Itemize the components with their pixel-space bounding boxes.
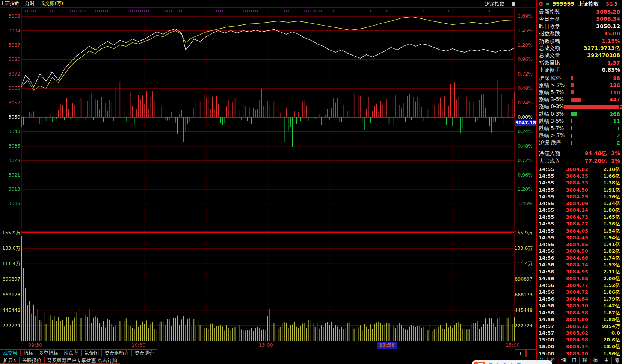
volume-bar: [374, 324, 375, 341]
tick-price: 3084.50: [560, 248, 588, 255]
tick-row[interactable]: 14:553084.331.38亿: [537, 180, 622, 186]
signal-dot: [165, 10, 166, 11]
updown-bar-down: [103, 117, 104, 122]
grid-icon[interactable]: ▦: [489, 362, 492, 364]
updown-bar-up: [327, 109, 328, 117]
volume-bar: [426, 327, 426, 341]
signal-dot: [304, 10, 305, 11]
tick-list[interactable]: 14:553084.822.10亿14:553084.351.66亿14:553…: [537, 166, 622, 357]
volume-bar: [380, 323, 381, 341]
panel-tab-筹[interactable]: 筹: [612, 357, 622, 364]
signal-dot: [85, 10, 86, 11]
bottom-tab-0[interactable]: 成交额: [0, 349, 21, 356]
bottom-tab-1[interactable]: 指标: [21, 349, 36, 356]
volume-bar: [196, 326, 196, 341]
tick-price: 3084.95: [560, 269, 588, 275]
signal-dot: [95, 10, 96, 11]
updown-bar-down: [222, 117, 223, 125]
tick-row[interactable]: 14:573085.020.0: [537, 330, 622, 337]
tick-row[interactable]: 14:553084.351.66亿: [537, 173, 622, 180]
volume-bar: [93, 318, 94, 341]
tick-row[interactable]: 15:003085.1413.0亿: [537, 343, 622, 350]
tick-row[interactable]: 14:553084.271.36亿: [537, 221, 622, 227]
tick-row[interactable]: 14:563084.952.11亿: [537, 269, 622, 275]
panel-tab-值[interactable]: 值: [590, 357, 601, 364]
stat-value: 2709: [619, 104, 622, 110]
volume-bar: [514, 317, 515, 341]
tick-row[interactable]: 14:563084.801.88亿: [537, 316, 622, 323]
tick-row[interactable]: 14:563084.721.86亿: [537, 289, 622, 296]
tick-row[interactable]: 14:563085.101.42亿: [537, 302, 622, 309]
volume-bar: [171, 326, 172, 341]
updown-bar-down: [64, 117, 65, 120]
tick-row[interactable]: 14:553084.731.65亿: [537, 214, 622, 221]
tick-row[interactable]: 14:553084.241.80亿: [537, 207, 622, 214]
updown-bar-up: [479, 100, 480, 117]
zoom-out-button[interactable]: -: [526, 349, 537, 357]
tick-row[interactable]: 14:563084.501.82亿: [537, 248, 622, 255]
updown-bar-up: [459, 97, 459, 117]
zoom-in-button[interactable]: +: [515, 349, 526, 357]
volume-bar: [378, 322, 379, 341]
tick-row[interactable]: 14:573085.129954万: [537, 323, 622, 330]
tick-amount: 2.11亿: [588, 269, 622, 275]
tick-row[interactable]: 14:563084.851.41亿: [537, 241, 622, 248]
bottom-tab-5[interactable]: 资金驱动力: [102, 349, 132, 356]
panel-tab-细[interactable]: 细: [558, 357, 569, 364]
volume-bar: [352, 327, 352, 341]
tick-row[interactable]: 14:553084.051.54亿: [537, 228, 622, 234]
updown-bar-up: [60, 104, 61, 117]
tick-row[interactable]: 14:553084.501.91亿: [537, 187, 622, 193]
signal-dot: [130, 10, 131, 11]
panel-tab-联[interactable]: 联: [580, 357, 590, 364]
updown-bar-up: [378, 112, 379, 117]
plus-icon[interactable]: ✚: [496, 362, 499, 364]
volume-bar: [475, 323, 476, 341]
updown-bar-up: [157, 96, 157, 117]
tick-amount: 1.36亿: [588, 221, 622, 227]
volume-bar: [298, 328, 299, 341]
tick-row[interactable]: 14:553084.822.10亿: [537, 166, 622, 173]
bottom-tab-6[interactable]: 资金博弈: [132, 349, 157, 356]
tick-row[interactable]: 15:003085.201.56亿: [537, 350, 622, 357]
tick-row[interactable]: 14:563084.741.53亿: [537, 261, 622, 268]
secondary-tabs: 扩展∧关联报价普及版新用户专享优惠 点击订购: [0, 357, 120, 364]
user-icon[interactable]: ♟: [510, 362, 513, 364]
volume-axis-label-left: 445448: [2, 307, 20, 313]
secondary-tab-1[interactable]: 关联报价: [20, 357, 45, 364]
tick-row[interactable]: 14:563084.581.87亿: [537, 310, 622, 316]
clock-icon[interactable]: ◔: [503, 362, 507, 364]
tick-row[interactable]: 14:563084.771.52亿: [537, 282, 622, 289]
tick-row[interactable]: 14:563084.841.79亿: [537, 296, 622, 302]
updown-bar-up: [128, 105, 129, 117]
secondary-tab-2[interactable]: 普及版新用户专享优惠 点击订购: [45, 357, 120, 364]
bottom-tab-4[interactable]: 竞价图: [82, 349, 102, 356]
signal-dot: [33, 10, 34, 11]
tick-row[interactable]: 14:553084.451.94亿: [537, 234, 622, 241]
updown-bar-up: [399, 105, 400, 117]
index-title[interactable]: 上证指数: [578, 1, 599, 7]
updown-bar-up: [354, 94, 355, 117]
tick-row[interactable]: 14:563084.661.74亿: [537, 255, 622, 261]
intraday-chart[interactable]: 31021.69%30941.45%30871.20%30800.96%3072…: [0, 0, 536, 342]
index-code[interactable]: 999999: [553, 1, 574, 7]
list-icon: ≡: [546, 2, 549, 7]
info-row: 昨日收盘3050.12: [537, 23, 622, 30]
secondary-tab-0[interactable]: 扩展∧: [0, 357, 20, 364]
tick-row[interactable]: 14:553084.291.76亿: [537, 193, 622, 200]
volume-bar: [77, 312, 77, 341]
app-watermark: ▦ ✚ ◔ ♟ ▥: [472, 360, 552, 364]
panel-tab-日[interactable]: 日: [569, 357, 580, 364]
tick-row[interactable]: 15:003084.9820.6亿: [537, 337, 622, 343]
volume-bar: [456, 323, 457, 341]
panel-tab-主[interactable]: 主: [601, 357, 612, 364]
tick-row[interactable]: 14:563084.852.00亿: [537, 275, 622, 282]
bottom-tab-3[interactable]: 涨跌率: [61, 349, 82, 356]
pct-axis-label: 0.96%: [518, 172, 533, 178]
chart-icon[interactable]: ▥: [517, 362, 521, 364]
volume-bar: [364, 324, 365, 341]
bottom-tab-2[interactable]: 多空指标: [36, 349, 61, 356]
tick-row[interactable]: 14:553084.091.34亿: [537, 200, 622, 207]
signal-dot: [370, 10, 371, 11]
tick-amount: 1.38亿: [588, 180, 622, 186]
